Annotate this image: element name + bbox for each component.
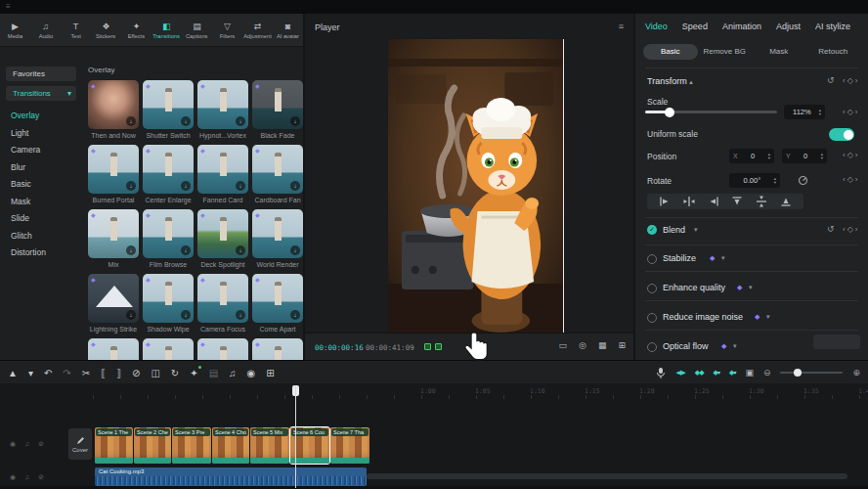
stabilize-checkbox[interactable] <box>647 254 657 264</box>
stepper[interactable]: ▴▾ <box>768 153 770 160</box>
position-keyframe-control[interactable]: ‹◇› <box>843 151 858 159</box>
uniform-scale-toggle[interactable] <box>829 128 854 141</box>
download-icon[interactable]: ↓ <box>126 310 136 320</box>
properties-subtab[interactable]: Remove BG <box>698 44 753 60</box>
video-clip[interactable]: Scene 6 Cou <box>290 427 329 464</box>
smart-tools-icon[interactable]: ✦ <box>190 368 197 378</box>
optical-flow-mode-button[interactable] <box>813 334 860 349</box>
player-menu-icon[interactable]: ≡ <box>619 22 624 31</box>
hide-track-icon[interactable]: ◉ <box>10 473 16 481</box>
optical-flow-checkbox[interactable] <box>647 342 657 352</box>
frame-indicator-icon[interactable] <box>424 343 431 350</box>
lock-track-icon[interactable]: ⊘ <box>38 473 44 481</box>
download-icon[interactable]: ↓ <box>290 181 300 191</box>
select-caret-icon[interactable]: ▾ <box>28 368 33 378</box>
snapshot-icon[interactable]: ◎ <box>579 340 586 350</box>
align-right-icon[interactable] <box>708 196 719 207</box>
download-icon[interactable]: ↓ <box>181 181 191 191</box>
category-item[interactable]: Mask <box>0 194 84 211</box>
category-item[interactable]: Basic <box>0 176 84 194</box>
tracks-icon[interactable]: ▤ <box>209 368 218 378</box>
extract-audio-icon[interactable]: ♫ <box>229 368 237 378</box>
download-icon[interactable]: ↓ <box>290 116 300 126</box>
scale-value-box[interactable]: 112% ▴ ▾ <box>784 105 825 119</box>
download-icon[interactable]: ↓ <box>236 245 245 255</box>
freeze-frame-icon[interactable]: ◫ <box>151 368 159 378</box>
properties-tab[interactable]: Adjust <box>776 22 801 31</box>
rotate-dial-icon[interactable] <box>798 175 808 186</box>
tab-audio[interactable]: ♫ Audio <box>30 14 61 46</box>
download-icon[interactable]: ↓ <box>126 245 136 255</box>
scale-slider[interactable] <box>645 111 777 113</box>
chroma-key-icon[interactable]: ◉ <box>247 368 256 378</box>
tab-media[interactable]: ▶ Media <box>0 14 30 46</box>
properties-tab[interactable]: Speed <box>682 22 708 31</box>
transition-card[interactable]: ◆ ↓ Hypnot...Vortex <box>197 80 248 141</box>
keyframe-graph-button[interactable]: ◆▾ <box>714 369 719 377</box>
category-item[interactable]: Light <box>0 125 84 143</box>
download-icon[interactable]: ↓ <box>290 245 300 255</box>
mirror-preview-icon[interactable]: ▦ <box>598 340 607 350</box>
keyframe-add-button[interactable]: ◆◆ <box>695 369 704 377</box>
transform-keyframe-control[interactable]: ‹ ◇ › <box>843 76 858 85</box>
properties-subtab[interactable]: Basic <box>643 44 698 60</box>
transform-reset-icon[interactable]: ↺ <box>827 75 835 85</box>
select-tool-icon[interactable]: ▲ <box>8 368 18 378</box>
category-item[interactable]: Slide <box>0 210 84 228</box>
transition-card[interactable]: ◆ ↓ Film Browse <box>143 209 194 270</box>
blend-expand-icon[interactable]: ▾ <box>694 226 698 234</box>
mute-track-icon[interactable]: ♫ <box>24 473 29 481</box>
grid-overlay-icon[interactable]: ⊞ <box>266 368 274 378</box>
split-icon[interactable]: ✂ <box>82 368 90 378</box>
download-icon[interactable]: ↓ <box>126 116 136 126</box>
stepper[interactable]: ▴▾ <box>774 177 776 185</box>
align-bottom-icon[interactable] <box>780 196 792 207</box>
timeline-ruler[interactable]: 1:00 1:05 1:10 1:15 1:20 1:25 1:30 1:35 … <box>93 385 868 399</box>
delete-left-icon[interactable]: ⟦ <box>101 368 106 378</box>
audio-clip[interactable]: Cat Cooking.mp3 <box>95 467 367 486</box>
transition-card[interactable]: ◆ ↓ Center Enlarge <box>143 145 194 205</box>
blend-reset-icon[interactable]: ↺ <box>827 224 835 234</box>
redo-icon[interactable]: ↷ <box>63 368 70 378</box>
tab-stickers[interactable]: ❖ Stickers <box>91 14 121 46</box>
video-clip[interactable]: Scene 2 Che <box>134 427 171 464</box>
zoom-out-icon[interactable]: ⊖ <box>763 368 771 378</box>
transition-card[interactable]: ◆ ↓ Lightning Strike <box>88 274 139 334</box>
mute-track-icon[interactable]: ♫ <box>24 440 29 448</box>
transition-card[interactable]: ◆ ↓ Burned Portal <box>88 145 139 205</box>
zoom-slider-handle[interactable] <box>794 369 802 377</box>
tab-text[interactable]: T Text <box>61 14 91 46</box>
properties-subtab[interactable]: Retouch <box>806 44 861 60</box>
blend-checkbox[interactable]: ✓ <box>647 225 657 235</box>
undo-icon[interactable]: ↶ <box>44 368 52 378</box>
transition-card[interactable]: ◆ ↓ Shadow Wipe <box>143 274 194 334</box>
download-icon[interactable]: ↓ <box>181 116 191 126</box>
transition-card[interactable]: ◆ ↓ Cardboard Fan <box>252 145 303 205</box>
category-item[interactable]: Distortion <box>0 244 84 262</box>
collapse-icon[interactable]: ▴ <box>689 78 693 85</box>
rotate-value-box[interactable]: 0.00° ▴▾ <box>729 173 780 188</box>
video-clip[interactable]: Scene 7 Tha <box>330 427 369 464</box>
transition-card[interactable]: ◆ ↓ Then and Now <box>88 80 139 141</box>
transition-card[interactable]: ◆ ↓ World Render <box>252 209 303 270</box>
position-x-box[interactable]: X 0 ▴▾ <box>729 149 774 163</box>
download-icon[interactable]: ↓ <box>236 310 245 320</box>
transition-card[interactable]: ◆ ↓ Camera Focus <box>197 274 248 334</box>
download-icon[interactable]: ↓ <box>236 116 245 126</box>
scale-keyframe-control[interactable]: ‹◇› <box>843 108 858 116</box>
download-icon[interactable]: ↓ <box>290 310 300 320</box>
properties-tab[interactable]: Animation <box>722 22 761 31</box>
transition-card[interactable]: ◆ ↓ Deck Spotlight <box>197 209 248 270</box>
tab-ai-avatar[interactable]: ◙ AI avatar <box>273 14 303 46</box>
ratio-icon[interactable]: ▭ <box>559 340 568 350</box>
hide-track-icon[interactable]: ◉ <box>10 440 16 448</box>
delete-icon[interactable]: ⊘ <box>132 368 140 378</box>
tab-captions[interactable]: ▤ Captions <box>182 14 212 46</box>
video-clip[interactable]: Scene 5 Mix <box>250 427 289 464</box>
delete-right-icon[interactable]: ⟧ <box>116 368 121 378</box>
app-menu-icon[interactable]: ≡ <box>6 2 11 11</box>
tab-transitions[interactable]: ◧ Transitions <box>152 14 182 46</box>
video-preview[interactable] <box>388 39 564 334</box>
download-icon[interactable]: ↓ <box>181 310 191 320</box>
stabilize-expand-icon[interactable]: ▾ <box>721 254 725 262</box>
